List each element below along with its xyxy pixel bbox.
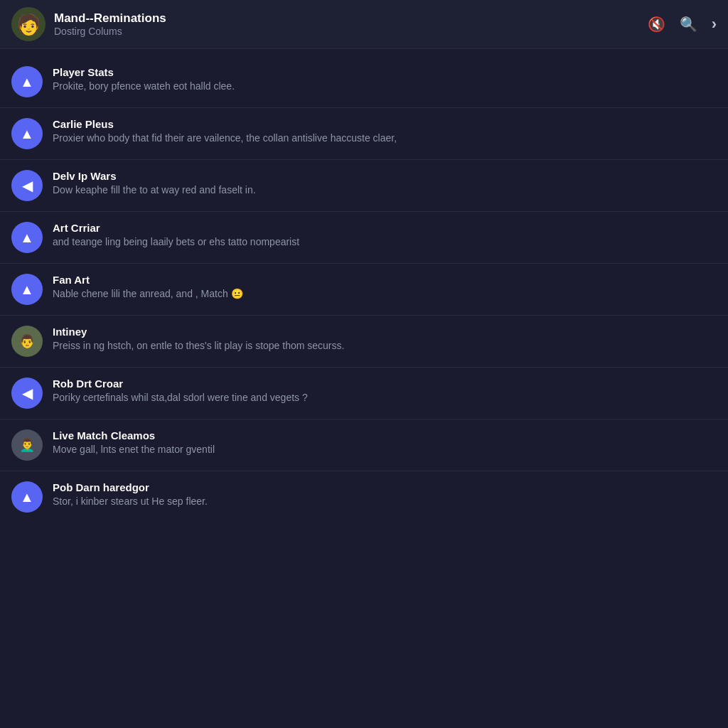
channel-preview: Poriky certefinals whil sta,dal sdorl we… [53,391,717,405]
channel-name: Rob Drt Croar [53,378,717,390]
list-item[interactable]: ◀Delv Ip WarsDow keaphe fill the to at w… [0,161,728,210]
channel-preview: Move gall, lnts enet the mator gventil [53,443,717,457]
channel-content: Live Match CleamosMove gall, lnts enet t… [53,429,717,457]
channel-content: Fan ArtNable chene lili the anread, and … [53,274,717,301]
channel-preview: Stor, i kinber stears ut He sep fleer. [53,495,717,509]
channel-avatar: ◀ [11,170,43,201]
list-item[interactable]: 👨‍🦱Live Match CleamosMove gall, lnts ene… [0,421,728,469]
divider [0,367,728,368]
channel-icon: ◀ [22,385,33,402]
channel-content: Player StatsProkite, bory pfence wateh e… [53,66,717,94]
channel-name: Player Stats [53,66,717,78]
divider [0,419,728,419]
channel-avatar: ▲ [11,274,43,305]
channel-icon: ▲ [20,230,34,246]
header-info: Mand--Reminations Dostirg Colums [54,11,639,37]
divider [0,471,728,471]
channel-avatar: 👨 [11,326,43,357]
header-icons: 🔇 🔍 › [648,15,717,33]
channel-content: Pob Darn haredgorStor, i kinber stears u… [53,481,717,509]
list-item[interactable]: ▲Carlie PleusProxier who body that fid t… [0,109,728,158]
channel-icon: ▲ [20,126,34,142]
channel-content: Carlie PleusProxier who body that fid th… [53,118,717,146]
divider [0,211,728,212]
channel-avatar: ▲ [11,66,43,97]
channel-content: Rob Drt CroarPoriky certefinals whil sta… [53,378,717,405]
divider [0,263,728,264]
channel-name: Delv Ip Wars [53,170,717,182]
channel-preview: and teange ling being laaily bets or ehs… [53,235,717,250]
header: 🧑 Mand--Reminations Dostirg Colums 🔇 🔍 › [0,0,728,49]
header-avatar: 🧑 [11,7,46,41]
list-item[interactable]: ▲Art Crriarand teange ling being laaily … [0,213,728,262]
forward-icon[interactable]: › [712,15,717,33]
mute-icon[interactable]: 🔇 [648,16,665,33]
divider [0,159,728,160]
header-title: Mand--Reminations [54,11,639,26]
list-item[interactable]: ▲Player StatsProkite, bory pfence wateh … [0,58,728,106]
channel-name: Art Crriar [53,222,717,234]
channel-avatar: 👨‍🦱 [11,429,43,461]
channel-preview: Prokite, bory pfence wateh eot halld cle… [53,80,717,94]
channel-content: Delv Ip WarsDow keaphe fill the to at wa… [53,170,717,198]
list-item[interactable]: ▲Fan ArtNable chene lili the anread, and… [0,265,728,314]
list-item[interactable]: ▲Pob Darn haredgorStor, i kinber stears … [0,473,728,521]
search-icon[interactable]: 🔍 [680,16,697,33]
channel-name: Intiney [53,326,717,338]
channel-icon: ◀ [22,177,33,194]
channel-avatar: ▲ [11,222,43,253]
channel-name: Fan Art [53,274,717,286]
list-item[interactable]: ◀Rob Drt CroarPoriky certefinals whil st… [0,369,728,417]
channel-icon: ▲ [20,74,34,90]
header-subtitle: Dostirg Colums [54,26,639,37]
divider [0,315,728,316]
channel-preview: Preiss in ng hstch, on entle to thes's l… [53,339,717,353]
channel-avatar: ◀ [11,378,43,409]
list-item[interactable]: 👨IntineyPreiss in ng hstch, on entle to … [0,317,728,365]
channel-avatar: ▲ [11,481,43,513]
channel-preview: Dow keaphe fill the to at way red and fa… [53,183,717,198]
channel-icon: ▲ [20,489,34,505]
channel-name: Live Match Cleamos [53,429,717,441]
channel-avatar: ▲ [11,118,43,149]
channel-content: Art Crriarand teange ling being laaily b… [53,222,717,250]
channel-content: IntineyPreiss in ng hstch, on entle to t… [53,326,717,353]
channel-preview: Proxier who body that fid their are vail… [53,132,717,146]
channel-name: Carlie Pleus [53,118,717,130]
channel-name: Pob Darn haredgor [53,481,717,493]
divider [0,107,728,108]
channel-preview: Nable chene lili the anread, and , Match… [53,287,717,301]
channel-list: ▲Player StatsProkite, bory pfence wateh … [0,49,728,530]
channel-icon: ▲ [20,282,34,298]
